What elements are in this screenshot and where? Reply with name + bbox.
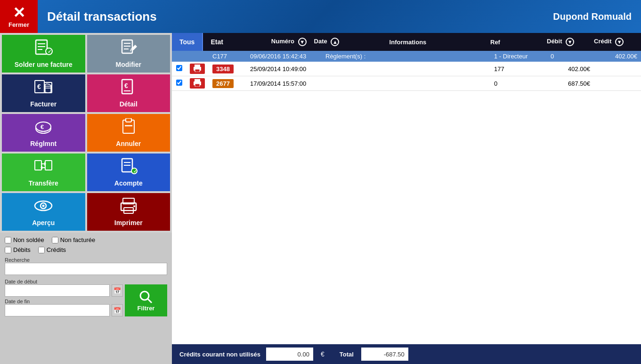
solder-facture-button[interactable]: ✓ Solder une facture xyxy=(2,35,85,73)
date-fin-calendar-icon[interactable]: 📅 xyxy=(112,304,123,316)
row-2677-print-button[interactable] xyxy=(190,78,205,89)
row-2677-print[interactable] xyxy=(186,76,209,91)
detail-label: Détail xyxy=(120,100,138,108)
col-date-sort-icon: ▲ xyxy=(331,38,339,46)
annuler-icon xyxy=(119,118,138,138)
transfere-icon xyxy=(34,158,53,178)
col-print xyxy=(249,33,268,51)
non-soldee-checkbox[interactable] xyxy=(5,237,11,243)
debits-checkbox-label[interactable]: Débits xyxy=(5,246,31,253)
non-soldee-label: Non soldée xyxy=(13,236,44,243)
reglmnt-button[interactable]: € Réglmnt xyxy=(2,114,85,152)
row-2677-date: 17/09/2014 15:57:00 xyxy=(246,76,322,91)
detail-icon: € xyxy=(119,79,138,98)
date-fin-label: Date de fin xyxy=(5,299,123,304)
imprimer-button[interactable]: Imprimer xyxy=(87,193,170,231)
col-informations: Informations xyxy=(386,33,487,51)
filtrer-button[interactable]: Filtrer xyxy=(125,284,167,316)
row-3348-print[interactable] xyxy=(186,62,209,76)
svg-text:€: € xyxy=(37,83,41,90)
content-area: Tous Etat xyxy=(172,33,641,364)
row-2677-cb[interactable] xyxy=(172,76,186,91)
print-icon xyxy=(193,65,202,72)
tab-tous[interactable]: Tous xyxy=(172,33,203,51)
acompte-icon: ✓ xyxy=(119,158,138,178)
col-debit[interactable]: Débit ▼ xyxy=(543,33,590,51)
credits-label: Crédits xyxy=(47,246,66,253)
table-columns-header: Numéro ▼ Date ▲ Informations R xyxy=(231,33,641,51)
imprimer-label: Imprimer xyxy=(114,219,143,226)
row-3348-cb[interactable] xyxy=(172,62,186,76)
non-facturee-checkbox[interactable] xyxy=(52,237,58,243)
date-debut-input[interactable] xyxy=(5,284,110,297)
detail-button[interactable]: € Détail xyxy=(87,74,170,112)
col-ref-label: Ref xyxy=(490,39,500,46)
row-header-debit: 0 xyxy=(547,51,594,62)
acompte-button[interactable]: ✓ Acompte xyxy=(87,154,170,191)
row-3348-debit-val: 402.00€ xyxy=(568,65,590,73)
svg-text:€: € xyxy=(41,123,44,130)
apercu-label: Aperçu xyxy=(32,219,55,226)
row-2677-credit xyxy=(594,76,641,91)
filter-section: Non soldée Non facturée Débits Crédits xyxy=(0,233,172,364)
col-credit[interactable]: Crédit ▼ xyxy=(590,33,637,51)
reglmnt-label: Réglmnt xyxy=(30,140,57,147)
main-layout: ✓ Solder une facture Mod xyxy=(0,33,641,364)
table-row[interactable]: 2677 17/09/2014 15:57:00 0 687.50€ xyxy=(172,76,641,91)
row-3348-date-val: 25/09/2014 10:49:00 xyxy=(250,65,306,73)
row-header-ref-val: 1 - Directeur xyxy=(494,53,528,60)
filter-bottom-row: Date de début 📅 Date de fin 📅 xyxy=(5,278,167,316)
modifier-button[interactable]: Modifier xyxy=(87,35,170,73)
row-header-debit-val: 0 xyxy=(551,53,554,60)
row-2677-info xyxy=(322,76,490,91)
svg-text:✓: ✓ xyxy=(133,169,137,174)
row-3348-checkbox[interactable] xyxy=(176,65,182,71)
date-fin-row: 📅 xyxy=(5,304,123,316)
header: ✕ Fermer Détail transactions Dupond Romu… xyxy=(0,0,641,33)
credits-checkbox-label[interactable]: Crédits xyxy=(38,246,66,253)
credits-courant-label: Crédits courant non utilisés xyxy=(179,351,260,358)
date-fin-group: Date de fin 📅 xyxy=(5,299,123,316)
data-table: C177 09/06/2016 15:42:43 Règlement(s) : … xyxy=(172,51,641,344)
facturer-icon: € xyxy=(34,79,53,98)
row-2677-debit-val: 687.50€ xyxy=(568,80,590,87)
total-value-text: -687.50 xyxy=(384,351,405,358)
row-3348-info xyxy=(322,62,490,76)
credits-courant-value[interactable] xyxy=(266,348,313,361)
credits-checkbox[interactable] xyxy=(38,247,45,253)
transfere-button[interactable]: Transfère xyxy=(2,154,85,191)
annuler-button[interactable]: Annuler xyxy=(87,114,170,152)
modifier-label: Modifier xyxy=(116,61,141,68)
table-row[interactable]: C177 09/06/2016 15:42:43 Règlement(s) : … xyxy=(172,51,641,62)
non-facturee-label: Non facturée xyxy=(60,236,95,243)
non-soldee-checkbox-label[interactable]: Non soldée xyxy=(5,236,44,243)
row-header-info-val: Règlement(s) : xyxy=(325,53,365,60)
debits-checkbox[interactable] xyxy=(5,247,11,253)
row-3348-print-button[interactable] xyxy=(190,64,205,74)
recherche-input[interactable] xyxy=(5,263,167,275)
table-col-headers: Numéro ▼ Date ▲ Informations R xyxy=(235,33,637,51)
apercu-button[interactable]: Aperçu xyxy=(2,193,85,231)
date-debut-row: 📅 xyxy=(5,284,123,297)
user-name: Dupond Romuald xyxy=(553,11,632,22)
recherche-field-group: Recherche xyxy=(5,256,167,275)
total-value: -687.50 xyxy=(361,348,408,361)
non-facturee-checkbox-label[interactable]: Non facturée xyxy=(52,236,95,243)
col-date[interactable]: Date ▲ xyxy=(310,33,386,51)
svg-point-40 xyxy=(133,205,135,207)
facturer-button[interactable]: € Facturer xyxy=(2,74,85,112)
tab-etat[interactable]: Etat xyxy=(203,33,230,51)
table-row[interactable]: 3348 25/09/2014 10:49:00 177 402.00€ xyxy=(172,62,641,76)
filtrer-search-icon xyxy=(138,290,154,305)
row-2677-checkbox[interactable] xyxy=(176,80,182,86)
row-header-info: Règlement(s) : xyxy=(322,51,490,62)
row-2677-ref-val: 0 xyxy=(494,80,497,87)
date-fin-input[interactable] xyxy=(5,304,110,316)
col-numero[interactable]: Numéro ▼ xyxy=(268,33,310,51)
close-button[interactable]: ✕ Fermer xyxy=(0,0,38,33)
svg-rect-24 xyxy=(45,161,52,170)
row-3348-numero: 3348 xyxy=(209,62,246,76)
acompte-label: Acompte xyxy=(114,179,143,187)
facturer-label: Facturer xyxy=(30,100,57,108)
date-debut-calendar-icon[interactable]: 📅 xyxy=(112,284,123,297)
